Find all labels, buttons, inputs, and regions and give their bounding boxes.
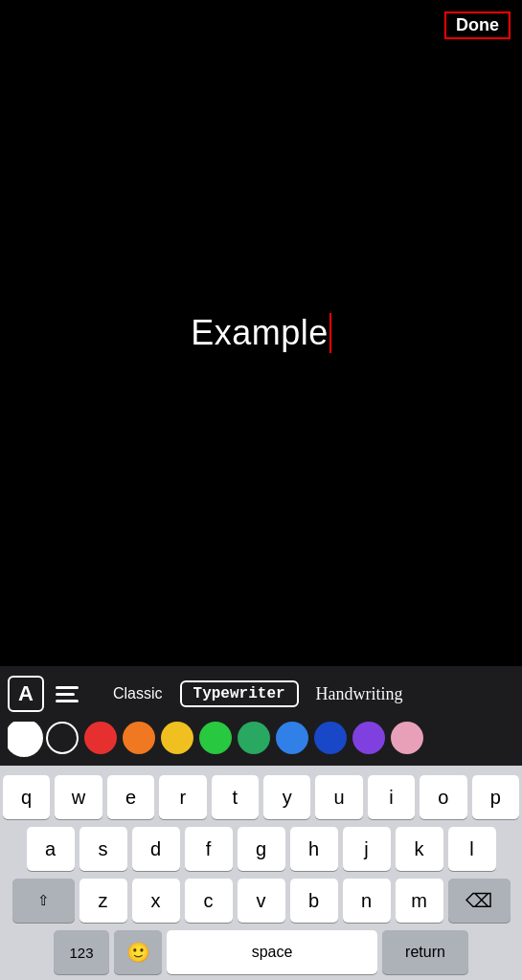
numbers-key[interactable]: 123: [54, 930, 109, 974]
key-row-2: ⇧zxcvbnm⌫: [3, 879, 519, 923]
key-a[interactable]: a: [27, 827, 75, 871]
key-v[interactable]: v: [238, 879, 285, 923]
align-line-2: [56, 693, 75, 696]
toolbar: A ClassicTypewriterHandwriting: [0, 666, 522, 766]
color-swatch-blue-light[interactable]: [276, 722, 308, 754]
key-rows-container: qwertyuiopasdfghjkl⇧zxcvbnm⌫: [3, 775, 519, 923]
canvas-area: Done Example: [0, 0, 522, 666]
key-x[interactable]: x: [132, 879, 180, 923]
key-u[interactable]: u: [315, 775, 362, 819]
color-swatch-pink[interactable]: [391, 722, 423, 754]
text-cursor: [329, 313, 331, 353]
key-y[interactable]: y: [263, 775, 310, 819]
key-m[interactable]: m: [396, 879, 443, 923]
color-swatch-yellow[interactable]: [161, 722, 193, 754]
return-key[interactable]: return: [382, 930, 468, 974]
color-swatch-orange[interactable]: [123, 722, 155, 754]
key-k[interactable]: k: [396, 827, 443, 871]
emoji-key[interactable]: 🙂: [114, 930, 162, 974]
bottom-row: 123 🙂 space return: [3, 930, 519, 974]
key-w[interactable]: w: [55, 775, 102, 819]
key-z[interactable]: z: [79, 879, 127, 923]
key-g[interactable]: g: [238, 827, 285, 871]
key-d[interactable]: d: [132, 827, 180, 871]
text-display: Example: [191, 313, 331, 353]
shift-key[interactable]: ⇧: [12, 879, 75, 923]
key-p[interactable]: p: [472, 775, 519, 819]
key-n[interactable]: n: [343, 879, 391, 923]
key-s[interactable]: s: [79, 827, 127, 871]
font-tabs: ClassicTypewriterHandwriting: [100, 679, 514, 709]
keyboard: qwertyuiopasdfghjkl⇧zxcvbnm⌫ 123 🙂 space…: [0, 766, 522, 980]
font-row: A ClassicTypewriterHandwriting: [8, 676, 514, 712]
key-i[interactable]: i: [368, 775, 415, 819]
color-swatch-white-outline[interactable]: [46, 722, 79, 754]
font-icon-button[interactable]: A: [8, 676, 44, 712]
key-e[interactable]: e: [107, 775, 154, 819]
key-c[interactable]: c: [185, 879, 233, 923]
color-swatch-white-solid[interactable]: [8, 722, 40, 754]
color-swatch-red[interactable]: [84, 722, 117, 754]
align-button[interactable]: [54, 676, 90, 712]
key-r[interactable]: r: [159, 775, 206, 819]
font-tab-handwriting[interactable]: Handwriting: [303, 679, 417, 709]
space-key[interactable]: space: [167, 930, 377, 974]
key-q[interactable]: q: [3, 775, 50, 819]
key-row-0: qwertyuiop: [3, 775, 519, 819]
key-h[interactable]: h: [290, 827, 338, 871]
canvas-text: Example: [191, 313, 329, 353]
color-swatch-blue-dark[interactable]: [314, 722, 347, 754]
color-swatch-green-teal[interactable]: [238, 722, 270, 754]
delete-key[interactable]: ⌫: [448, 879, 511, 923]
key-l[interactable]: l: [448, 827, 496, 871]
color-swatch-purple[interactable]: [352, 722, 385, 754]
color-row: [8, 722, 514, 758]
align-line-1: [56, 686, 79, 689]
key-row-1: asdfghjkl: [3, 827, 519, 871]
key-f[interactable]: f: [185, 827, 233, 871]
key-b[interactable]: b: [290, 879, 338, 923]
key-j[interactable]: j: [343, 827, 391, 871]
key-t[interactable]: t: [212, 775, 259, 819]
align-line-3: [56, 700, 79, 702]
key-o[interactable]: o: [420, 775, 466, 819]
font-tab-classic[interactable]: Classic: [100, 680, 176, 707]
font-tab-typewriter[interactable]: Typewriter: [180, 680, 299, 707]
done-button[interactable]: Done: [444, 11, 511, 39]
color-swatch-green-bright[interactable]: [199, 722, 232, 754]
